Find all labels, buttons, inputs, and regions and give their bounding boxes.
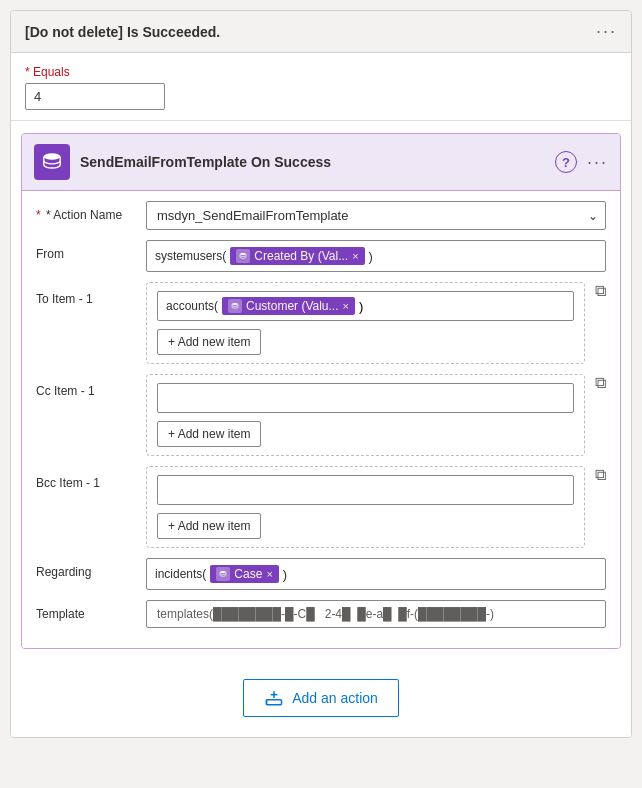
template-label: Template <box>36 600 146 621</box>
from-chip-label: Created By (Val... <box>254 249 348 263</box>
database-icon <box>41 151 63 173</box>
cc-label: Cc Item - 1 <box>36 374 146 398</box>
add-action-footer: Add an action <box>11 661 631 737</box>
to-dashed-wrapper: accounts( Customer (Valu... × ) <box>146 282 606 364</box>
to-inner-field[interactable]: accounts( Customer (Valu... × ) <box>157 291 574 321</box>
top-header: [Do not delete] Is Succeeded. ··· <box>11 11 631 53</box>
bcc-control: + Add new item ⧉ <box>146 466 606 548</box>
help-icon-button[interactable]: ? <box>555 151 577 173</box>
bcc-dashed-wrapper: + Add new item ⧉ <box>146 466 606 548</box>
svg-point-3 <box>220 571 226 573</box>
to-add-new-button[interactable]: + Add new item <box>157 329 261 355</box>
regarding-row: Regarding incidents( Case × ) <box>36 558 606 590</box>
to-chip-label: Customer (Valu... <box>246 299 338 313</box>
action-title: SendEmailFromTemplate On Success <box>80 154 555 170</box>
cc-add-new-button[interactable]: + Add new item <box>157 421 261 447</box>
regarding-prefix: incidents( <box>155 567 206 581</box>
regarding-chip: Case × <box>210 565 278 583</box>
bcc-label: Bcc Item - 1 <box>36 466 146 490</box>
action-name-select[interactable]: msdyn_SendEmailFromTemplate <box>146 201 606 230</box>
add-action-button[interactable]: Add an action <box>243 679 399 717</box>
template-control: templates(████████-█-C█ 2-4█ █e-a█ █f-(█… <box>146 600 606 628</box>
bcc-copy-icon[interactable]: ⧉ <box>595 466 606 484</box>
template-field[interactable]: templates(████████-█-C█ 2-4█ █e-a█ █f-(█… <box>146 600 606 628</box>
from-control: systemusers( Created By (Val... × ) <box>146 240 606 272</box>
cc-control: + Add new item ⧉ <box>146 374 606 456</box>
add-action-icon <box>264 688 284 708</box>
equals-input[interactable] <box>25 83 165 110</box>
to-copy-icon[interactable]: ⧉ <box>595 282 606 300</box>
to-chip-close[interactable]: × <box>343 300 349 312</box>
from-chip: Created By (Val... × <box>230 247 364 265</box>
to-control: accounts( Customer (Valu... × ) <box>146 282 606 364</box>
svg-point-0 <box>44 153 61 159</box>
from-token-field[interactable]: systemusers( Created By (Val... × ) <box>146 240 606 272</box>
action-more-button[interactable]: ··· <box>587 152 608 173</box>
from-chip-icon <box>236 249 250 263</box>
action-name-control: msdyn_SendEmailFromTemplate ⌄ <box>146 201 606 230</box>
top-header-title: [Do not delete] Is Succeeded. <box>25 24 220 40</box>
action-name-row: * * Action Name msdyn_SendEmailFromTempl… <box>36 201 606 230</box>
cc-inner-field[interactable] <box>157 383 574 413</box>
header-more-button[interactable]: ··· <box>596 21 617 42</box>
cc-copy-icon[interactable]: ⧉ <box>595 374 606 392</box>
bcc-add-new-button[interactable]: + Add new item <box>157 513 261 539</box>
action-header-icons: ? ··· <box>555 151 608 173</box>
to-row: To Item - 1 accounts( Customer (Valu... <box>36 282 606 364</box>
regarding-chip-icon <box>216 567 230 581</box>
action-body: * * Action Name msdyn_SendEmailFromTempl… <box>22 191 620 648</box>
from-prefix: systemusers( <box>155 249 226 263</box>
action-name-label: * * Action Name <box>36 201 146 222</box>
template-value: templates(████████-█-C█ 2-4█ █e-a█ █f-(█… <box>157 607 494 621</box>
action-block-icon <box>34 144 70 180</box>
svg-point-1 <box>240 253 246 255</box>
add-action-label: Add an action <box>292 690 378 706</box>
bcc-row: Bcc Item - 1 + Add new item ⧉ <box>36 466 606 548</box>
to-prefix: accounts( <box>166 299 218 313</box>
regarding-chip-close[interactable]: × <box>266 568 272 580</box>
action-block: SendEmailFromTemplate On Success ? ··· *… <box>21 133 621 649</box>
to-chip: Customer (Valu... × <box>222 297 355 315</box>
cc-row: Cc Item - 1 + Add new item ⧉ <box>36 374 606 456</box>
from-chip-close[interactable]: × <box>352 250 358 262</box>
main-card: [Do not delete] Is Succeeded. ··· * Equa… <box>10 10 632 738</box>
from-label: From <box>36 240 146 261</box>
regarding-control: incidents( Case × ) <box>146 558 606 590</box>
action-header: SendEmailFromTemplate On Success ? ··· <box>22 134 620 191</box>
cc-dashed-wrapper: + Add new item ⧉ <box>146 374 606 456</box>
equals-label: * Equals <box>25 65 617 79</box>
bcc-dashed-section: + Add new item <box>146 466 585 548</box>
to-chip-icon <box>228 299 242 313</box>
svg-point-2 <box>232 303 238 305</box>
regarding-label: Regarding <box>36 558 146 579</box>
to-label: To Item - 1 <box>36 282 146 306</box>
regarding-token-field[interactable]: incidents( Case × ) <box>146 558 606 590</box>
cc-dashed-section: + Add new item <box>146 374 585 456</box>
template-row: Template templates(████████-█-C█ 2-4█ █e… <box>36 600 606 628</box>
svg-rect-4 <box>267 700 282 705</box>
equals-section: * Equals <box>11 53 631 121</box>
from-row: From systemusers( Created By (Val... × ) <box>36 240 606 272</box>
to-dashed-section: accounts( Customer (Valu... × ) <box>146 282 585 364</box>
bcc-inner-field[interactable] <box>157 475 574 505</box>
regarding-chip-label: Case <box>234 567 262 581</box>
